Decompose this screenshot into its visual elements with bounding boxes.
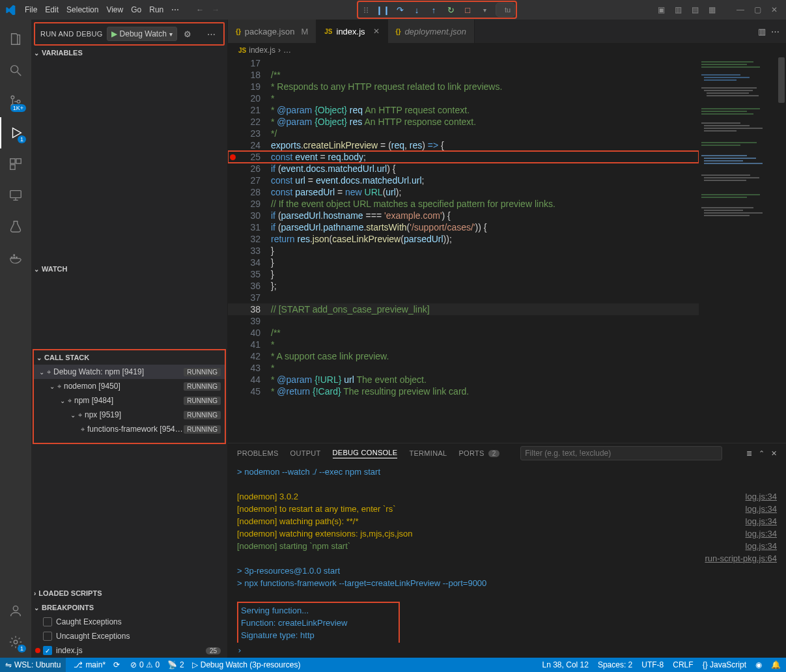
breakpoint-gutter[interactable] bbox=[228, 186, 237, 198]
maximize-icon[interactable]: ▢ bbox=[751, 3, 764, 16]
layout-icon-3[interactable]: ▦ bbox=[705, 3, 718, 16]
layout-icon-1[interactable]: ▥ bbox=[671, 3, 684, 16]
step-out-icon[interactable]: ↑ bbox=[427, 3, 441, 17]
loaded-scripts-header[interactable]: ›LOADED SCRIPTS bbox=[31, 586, 227, 600]
breakpoint-row[interactable]: Caught Exceptions bbox=[31, 615, 227, 629]
menu-run[interactable]: Run bbox=[145, 5, 167, 14]
editor-tab[interactable]: {}deployment.json bbox=[388, 20, 475, 43]
pause-icon[interactable]: ❙❙ bbox=[376, 3, 390, 17]
collapse-panel-icon[interactable]: ⌃ bbox=[759, 449, 765, 458]
code-line[interactable]: 29 // If the event object URL matches a … bbox=[228, 198, 699, 210]
step-over-icon[interactable]: ↷ bbox=[393, 3, 407, 17]
breadcrumbs[interactable]: JS index.js › … bbox=[228, 43, 786, 57]
menu-edit[interactable]: Edit bbox=[41, 5, 63, 14]
statusbar-item[interactable]: Ln 38, Col 12 bbox=[542, 660, 589, 669]
menu-⋯[interactable]: ⋯ bbox=[167, 5, 183, 14]
more-tabs-icon[interactable]: ⋯ bbox=[771, 27, 779, 36]
code-line[interactable]: 20 * bbox=[228, 92, 699, 104]
code-line[interactable]: 43 * bbox=[228, 362, 699, 374]
breakpoint-gutter[interactable] bbox=[228, 327, 237, 339]
drag-grip-icon[interactable]: ⁝⁝ bbox=[359, 3, 373, 17]
editor-scrollbar[interactable] bbox=[777, 57, 786, 443]
layout-icon-0[interactable]: ▣ bbox=[654, 3, 667, 16]
command-center-search[interactable]: tu bbox=[496, 3, 515, 17]
dropdown-icon[interactable]: ▾ bbox=[477, 3, 492, 17]
menu-view[interactable]: View bbox=[102, 5, 127, 14]
code-line[interactable]: 39 bbox=[228, 315, 699, 327]
callstack-row[interactable]: ⌄⌖Debug Watch: npm [9419]RUNNING bbox=[34, 365, 225, 379]
statusbar-item[interactable]: 📡2 bbox=[167, 660, 184, 669]
breakpoint-gutter[interactable] bbox=[228, 104, 237, 116]
source-control-icon[interactable]: 1K+ bbox=[0, 86, 31, 117]
console-source-link[interactable]: log.js:34 bbox=[733, 515, 777, 527]
menu-go[interactable]: Go bbox=[127, 5, 145, 14]
breakpoint-gutter[interactable] bbox=[228, 198, 237, 210]
code-line[interactable]: 21 * @param {Object} req An HTTP request… bbox=[228, 104, 699, 116]
checkbox[interactable] bbox=[43, 617, 52, 626]
minimap[interactable] bbox=[699, 57, 777, 443]
code-line[interactable]: 41 * bbox=[228, 339, 699, 350]
panel-tab-problems[interactable]: PROBLEMS bbox=[237, 449, 279, 457]
breakpoint-gutter[interactable] bbox=[228, 339, 237, 350]
breakpoint-gutter[interactable] bbox=[228, 268, 237, 280]
menu-selection[interactable]: Selection bbox=[63, 5, 102, 14]
code-line[interactable]: 27 const url = event.docs.matchedUrl.url… bbox=[228, 175, 699, 186]
breakpoint-gutter[interactable] bbox=[228, 292, 237, 303]
breakpoint-gutter[interactable] bbox=[228, 350, 237, 362]
breakpoint-gutter[interactable] bbox=[228, 69, 237, 81]
minimize-icon[interactable]: — bbox=[734, 3, 747, 16]
breakpoint-gutter[interactable] bbox=[228, 257, 237, 268]
statusbar-item[interactable]: ⎇main* bbox=[74, 660, 105, 669]
code-line[interactable]: 17 bbox=[228, 57, 699, 69]
code-line[interactable]: 33 } bbox=[228, 245, 699, 257]
breakpoint-gutter[interactable] bbox=[228, 245, 237, 257]
code-line[interactable]: 44 * @param {!URL} url The event object. bbox=[228, 374, 699, 385]
breakpoint-gutter[interactable] bbox=[228, 81, 237, 92]
code-editor[interactable]: 1718/**19 * Responds to any HTTP request… bbox=[228, 57, 786, 443]
code-line[interactable]: 38// [START add_ons_case_preview_link] bbox=[228, 303, 699, 315]
console-source-link[interactable]: log.js:34 bbox=[733, 540, 777, 552]
restart-icon[interactable]: ↻ bbox=[443, 3, 458, 17]
layout-icon-2[interactable]: ▤ bbox=[688, 3, 701, 16]
code-line[interactable]: 18/** bbox=[228, 69, 699, 81]
code-line[interactable]: 32 return res.json(caseLinkPreview(parse… bbox=[228, 233, 699, 245]
code-line[interactable]: 28 const parsedUrl = new URL(url); bbox=[228, 186, 699, 198]
breakpoint-row[interactable]: Uncaught Exceptions bbox=[31, 629, 227, 643]
callstack-row[interactable]: ⌖functions-framework [954…RUNNING bbox=[34, 422, 225, 436]
panel-tab-debug-console[interactable]: DEBUG CONSOLE bbox=[333, 449, 398, 458]
more-actions-icon[interactable]: ⋯ bbox=[204, 29, 218, 39]
statusbar-item[interactable]: {} JavaScript bbox=[703, 660, 746, 669]
code-line[interactable]: 45 * @return {!Card} The resulting previ… bbox=[228, 385, 699, 397]
close-panel-icon[interactable]: ✕ bbox=[771, 449, 777, 458]
stop-icon[interactable]: □ bbox=[460, 3, 475, 17]
breakpoint-gutter[interactable] bbox=[228, 385, 237, 397]
statusbar-item[interactable]: ⟳ bbox=[113, 660, 122, 669]
console-source-link[interactable]: log.js:34 bbox=[733, 490, 777, 503]
explorer-icon[interactable] bbox=[0, 23, 31, 55]
code-line[interactable]: 22 * @param {Object} res An HTTP respons… bbox=[228, 116, 699, 128]
editor-tab[interactable]: JSindex.js✕ bbox=[316, 20, 387, 43]
debug-config-dropdown[interactable]: ▶ Debug Watch ▾ bbox=[107, 27, 177, 41]
breakpoint-gutter[interactable] bbox=[228, 362, 237, 374]
code-line[interactable]: 37 bbox=[228, 292, 699, 303]
search-activity-icon[interactable] bbox=[0, 55, 31, 86]
statusbar-item[interactable]: Spaces: 2 bbox=[598, 660, 632, 669]
account-icon[interactable] bbox=[0, 595, 31, 626]
settings-gear-icon[interactable]: 1 bbox=[0, 626, 31, 658]
callstack-row[interactable]: ⌄⌖npx [9519]RUNNING bbox=[34, 408, 225, 422]
editor-tab[interactable]: {}package.jsonM bbox=[228, 20, 316, 43]
statusbar-item[interactable]: ⇋WSL: Ubuntu bbox=[0, 658, 66, 672]
breakpoint-gutter[interactable] bbox=[228, 116, 237, 128]
code-line[interactable]: 34 } bbox=[228, 257, 699, 268]
docker-icon[interactable] bbox=[0, 242, 31, 273]
statusbar-item[interactable]: CRLF bbox=[673, 660, 693, 669]
split-editor-icon[interactable]: ▥ bbox=[758, 27, 766, 36]
statusbar-item[interactable]: 🔔 bbox=[771, 660, 781, 669]
extensions-icon[interactable] bbox=[0, 148, 31, 180]
code-line[interactable]: 24exports.createLinkPreview = (req, res)… bbox=[228, 139, 699, 151]
run-debug-icon[interactable]: 1 bbox=[0, 117, 31, 148]
callstack-row[interactable]: ⌄⌖nodemon [9450]RUNNING bbox=[34, 379, 225, 393]
statusbar-item[interactable]: ▷Debug Watch (3p-resources) bbox=[192, 660, 301, 669]
debug-console-prompt[interactable]: › bbox=[228, 643, 786, 658]
code-line[interactable]: 26 if (event.docs.matchedUrl.url) { bbox=[228, 163, 699, 175]
